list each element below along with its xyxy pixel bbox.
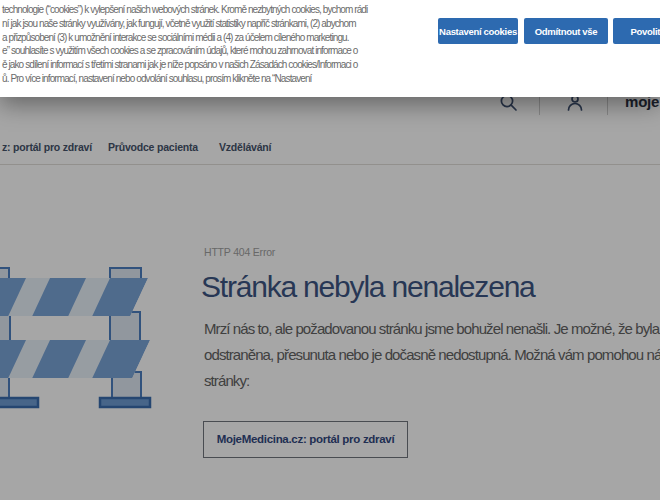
cookie-consent-banner: technologie (“cookies”) k vylepšení naši… bbox=[0, 0, 660, 97]
cookie-consent-text: technologie (“cookies”) k vylepšení naši… bbox=[2, 3, 367, 86]
cookie-text-line: a přizpůsobení (3) k umožnění interakce … bbox=[2, 31, 367, 45]
cookie-text-line: ě jako sdílení informací s třetími stran… bbox=[2, 58, 367, 72]
cookie-allow-all-button[interactable]: Povolit vše bbox=[613, 18, 660, 44]
cookie-settings-button[interactable]: Nastavení cookies bbox=[438, 18, 518, 44]
cookie-text-line: ní jak jsou naše stránky využívány, jak … bbox=[2, 17, 367, 31]
cookie-text-line: ů. Pro více informací, nastavení nebo od… bbox=[2, 72, 367, 86]
cookie-text-line: e” souhlasíte s využitím všech cookies a… bbox=[2, 44, 367, 58]
cookie-text-line: technologie (“cookies”) k vylepšení naši… bbox=[2, 3, 367, 17]
cookie-reject-all-button[interactable]: Odmítnout vše bbox=[524, 18, 608, 44]
